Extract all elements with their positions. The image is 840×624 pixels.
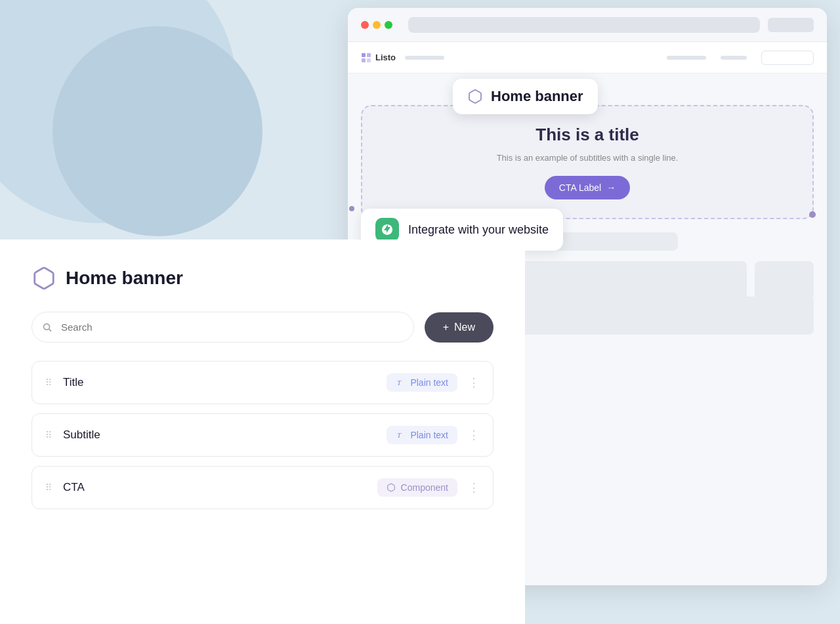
close-button[interactable] <box>361 21 369 29</box>
traffic-lights <box>361 21 392 29</box>
field-type-label-subtitle: Plain text <box>410 430 448 440</box>
search-input-wrapper <box>32 312 414 343</box>
field-type-cta: Component <box>377 478 457 497</box>
integrate-text: Integrate with your website <box>408 223 549 237</box>
new-button-plus-icon: + <box>443 322 449 333</box>
field-row-subtitle[interactable]: ⠿ Subtitle T Plain text ⋮ <box>32 413 494 457</box>
arrow-icon: → <box>606 182 616 193</box>
home-banner-popup[interactable]: Home banner <box>453 79 598 114</box>
svg-rect-1 <box>367 53 371 57</box>
field-type-label-title: Plain text <box>410 377 448 388</box>
field-name-title: Title <box>63 376 387 389</box>
dashed-content-block: This is a title This is an example of su… <box>361 105 814 219</box>
popup-box-icon <box>467 89 483 104</box>
url-bar[interactable] <box>408 17 760 33</box>
drag-handle-cta: ⠿ <box>45 482 52 493</box>
listo-nav: Listo <box>348 42 827 73</box>
content-subtitle: This is an example of subtitles with a s… <box>382 153 793 163</box>
panel-title: Home banner <box>66 268 183 289</box>
panel-header-icon <box>32 266 56 291</box>
bg-decoration <box>0 0 354 249</box>
nav-line-2 <box>667 56 706 60</box>
listo-logo-text: Listo <box>375 52 396 62</box>
integrate-svg-icon <box>381 223 394 236</box>
search-row: + New <box>32 312 494 343</box>
svg-rect-3 <box>367 58 371 62</box>
browser-action-btn[interactable] <box>768 18 814 32</box>
integrate-icon <box>375 218 399 241</box>
bg-circle-2 <box>52 26 262 236</box>
panel-header: Home banner <box>32 266 494 291</box>
listo-logo-icon <box>361 52 371 63</box>
resize-handle[interactable] <box>809 211 816 218</box>
new-button-label: New <box>454 322 475 333</box>
minimize-button[interactable] <box>373 21 381 29</box>
maximize-button[interactable] <box>385 21 392 29</box>
component-icon <box>387 483 396 492</box>
search-icon <box>42 322 52 333</box>
field-type-label-cta: Component <box>401 482 448 493</box>
listo-logo: Listo <box>361 52 396 63</box>
new-button[interactable]: + New <box>425 312 494 343</box>
left-panel: Home banner + New ⠿ Title T Plain text <box>0 239 525 624</box>
drag-handle-title: ⠿ <box>45 377 52 388</box>
more-menu-subtitle[interactable]: ⋮ <box>468 428 480 442</box>
svg-point-4 <box>44 323 50 329</box>
skeleton-block-3 <box>514 261 747 301</box>
nav-lines <box>405 56 658 60</box>
svg-text:T: T <box>397 379 402 386</box>
search-input[interactable] <box>32 312 414 343</box>
text-type-icon: T <box>396 378 405 387</box>
popup-title-text: Home banner <box>491 88 583 105</box>
more-menu-title[interactable]: ⋮ <box>468 375 480 390</box>
drag-handle-subtitle: ⠿ <box>45 430 52 440</box>
nav-right-button[interactable] <box>761 51 814 65</box>
svg-rect-2 <box>362 58 366 62</box>
content-title: This is a title <box>382 125 793 145</box>
cta-label: CTA Label <box>559 182 601 193</box>
field-name-subtitle: Subtitle <box>63 428 387 442</box>
skeleton-block-4 <box>755 261 814 301</box>
browser-chrome <box>348 8 827 42</box>
field-name-cta: CTA <box>63 481 377 494</box>
field-row-title[interactable]: ⠿ Title T Plain text ⋮ <box>32 361 494 404</box>
dot-decoration <box>349 206 354 211</box>
nav-line <box>405 56 444 60</box>
svg-rect-0 <box>362 53 366 57</box>
svg-text:T: T <box>397 431 402 439</box>
text-type-icon-2: T <box>396 430 405 440</box>
cta-button[interactable]: CTA Label → <box>545 176 630 199</box>
more-menu-cta[interactable]: ⋮ <box>468 480 480 495</box>
field-row-cta[interactable]: ⠿ CTA Component ⋮ <box>32 466 494 509</box>
field-type-subtitle: T Plain text <box>387 426 457 444</box>
nav-line-3 <box>721 56 747 60</box>
field-type-title: T Plain text <box>387 373 457 392</box>
svg-line-5 <box>49 329 52 331</box>
